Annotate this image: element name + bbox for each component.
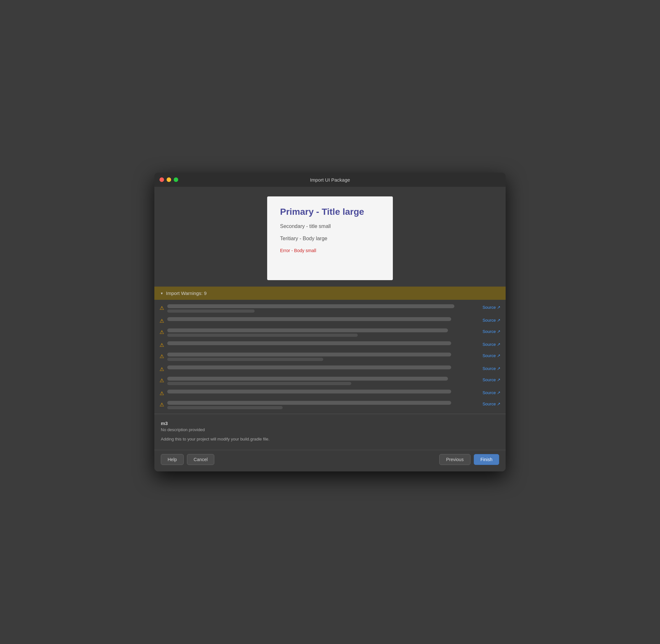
source-link[interactable]: Source ↗ xyxy=(482,318,501,323)
minimize-button[interactable] xyxy=(167,178,171,182)
warning-triangle-icon: ⚠ xyxy=(159,401,164,408)
previous-button[interactable]: Previous xyxy=(439,454,470,465)
preview-card: Primary - Title large Secondary - title … xyxy=(267,197,393,280)
source-link[interactable]: Source ↗ xyxy=(482,366,501,371)
warning-content xyxy=(167,390,479,393)
finish-button[interactable]: Finish xyxy=(474,454,499,465)
warning-content xyxy=(167,352,479,361)
warning-item: ⚠Source ↗ xyxy=(154,351,506,363)
preview-secondary-title: Secondary - title small xyxy=(280,224,380,229)
warning-content xyxy=(167,341,479,345)
warning-item: ⚠Source ↗ xyxy=(154,339,506,350)
source-link[interactable]: Source ↗ xyxy=(482,390,501,395)
warning-item: ⚠Source ↗ xyxy=(154,375,506,387)
warning-secondary-bar xyxy=(167,334,358,337)
warning-item: ⚠Source ↗ xyxy=(154,302,506,315)
action-left: Help Cancel xyxy=(161,454,214,465)
warning-triangle-icon: ⚠ xyxy=(159,305,164,311)
warning-item: ⚠Source ↗ xyxy=(154,388,506,398)
warning-primary-bar xyxy=(167,390,451,393)
source-link[interactable]: Source ↗ xyxy=(482,342,501,347)
maximize-button[interactable] xyxy=(174,178,178,182)
warning-triangle-icon: ⚠ xyxy=(159,342,164,348)
warning-content xyxy=(167,366,479,369)
warning-triangle-icon: ⚠ xyxy=(159,318,164,324)
warning-item: ⚠Source ↗ xyxy=(154,326,506,339)
warning-primary-bar xyxy=(167,317,451,321)
titlebar: Import UI Package xyxy=(154,172,506,187)
warning-triangle-icon: ⚠ xyxy=(159,353,164,359)
preview-area: Primary - Title large Secondary - title … xyxy=(154,187,506,286)
import-ui-package-window: Import UI Package Primary - Title large … xyxy=(154,172,506,472)
warning-primary-bar xyxy=(167,304,455,308)
window-controls xyxy=(159,178,178,182)
source-link[interactable]: Source ↗ xyxy=(482,329,501,334)
warning-secondary-bar xyxy=(167,309,255,313)
warning-item: ⚠Source ↗ xyxy=(154,399,506,411)
window-title: Import UI Package xyxy=(310,177,350,183)
preview-primary-title: Primary - Title large xyxy=(280,207,380,217)
action-bar: Help Cancel Previous Finish xyxy=(154,450,506,472)
action-right: Previous Finish xyxy=(439,454,499,465)
warning-primary-bar xyxy=(167,352,451,356)
warning-content xyxy=(167,377,479,385)
warning-secondary-bar xyxy=(167,382,351,385)
preview-error-body: Error - Body small xyxy=(280,248,380,253)
close-button[interactable] xyxy=(159,178,164,182)
warning-primary-bar xyxy=(167,366,451,369)
warning-secondary-bar xyxy=(167,358,323,361)
warning-triangle-icon: ⚠ xyxy=(159,329,164,335)
source-link[interactable]: Source ↗ xyxy=(482,353,501,358)
warning-content xyxy=(167,317,479,321)
warning-content xyxy=(167,304,479,313)
warning-content xyxy=(167,328,479,337)
warning-triangle-icon: ⚠ xyxy=(159,390,164,396)
chevron-down-icon: ▾ xyxy=(161,291,163,296)
warning-content xyxy=(167,401,479,409)
warnings-header[interactable]: ▾ Import Warnings: 9 xyxy=(154,286,506,300)
warning-primary-bar xyxy=(167,328,448,332)
source-link[interactable]: Source ↗ xyxy=(482,377,501,382)
source-link[interactable]: Source ↗ xyxy=(482,305,501,310)
warning-triangle-icon: ⚠ xyxy=(159,377,164,384)
warnings-title: Import Warnings: 9 xyxy=(166,291,206,296)
warnings-list: ⚠Source ↗⚠Source ↗⚠Source ↗⚠Source ↗⚠Sou… xyxy=(154,300,506,414)
warning-item: ⚠Source ↗ xyxy=(154,364,506,374)
footer-notice: Adding this to your project will modify … xyxy=(161,437,499,446)
warning-item: ⚠Source ↗ xyxy=(154,315,506,326)
warning-secondary-bar xyxy=(167,406,283,409)
warning-primary-bar xyxy=(167,377,448,381)
warning-primary-bar xyxy=(167,401,451,405)
module-name: m3 xyxy=(161,420,499,426)
warning-primary-bar xyxy=(167,341,451,345)
source-link[interactable]: Source ↗ xyxy=(482,401,501,406)
module-description: No description provided xyxy=(161,427,499,432)
cancel-button[interactable]: Cancel xyxy=(187,454,215,465)
footer-info: m3 No description provided Adding this t… xyxy=(154,414,506,450)
warning-triangle-icon: ⚠ xyxy=(159,366,164,372)
help-button[interactable]: Help xyxy=(161,454,184,465)
preview-tertiary-body: Teritiary - Body large xyxy=(280,236,380,242)
